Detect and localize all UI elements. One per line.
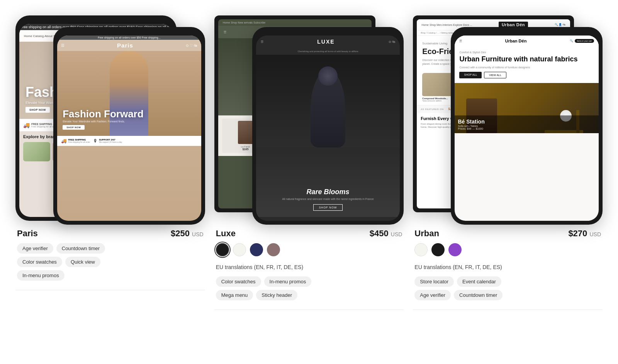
product-card-urban: Home Shop Men.Interiors Explore Docs ...…	[413, 15, 603, 310]
urban-mobile-nav-right: 🔍 Items in your cart	[570, 39, 594, 43]
urban-tags-row1: Store locator Event calendar	[414, 276, 601, 287]
paris-feature-shipping: 🚚 FREE SHIPPING Free shipping for all or…	[23, 122, 58, 128]
luxe-eu-translations: EU translations (EN, FR, IT, DE, ES)	[216, 262, 402, 273]
luxe-swatch-white[interactable]	[233, 243, 246, 256]
paris-front-hero: Fashion Forward Elevate Your Wardrobe wi…	[57, 51, 201, 136]
luxe-front-nav-icons: ⊙ 🛍	[389, 40, 395, 44]
paris-price-value: $250	[171, 229, 190, 238]
luxe-product-img-1	[238, 121, 253, 144]
paris-tag-countdown[interactable]: Countdown timer	[56, 243, 105, 254]
urban-station-sub: Sofa set • Tables	[458, 125, 596, 127]
luxe-swatch-navy[interactable]	[250, 243, 263, 256]
luxe-product-name: Luxe	[216, 229, 236, 239]
luxe-tags-row1: Color swatches In-menu promos	[216, 276, 402, 287]
urban-mobile-logo: Urban Dén	[505, 39, 527, 43]
luxe-phone-wrapper: Home Shop New arrivals Subscribe ☰ LUXE …	[214, 15, 404, 216]
paris-tags-row1: Age verifier Countdown timer	[17, 243, 204, 254]
luxe-nav-left: ☰	[224, 30, 226, 34]
paris-front-btn[interactable]: SHOP NOW	[63, 125, 85, 130]
luxe-rare-btn[interactable]: SHOP NOW	[313, 204, 343, 211]
paris-product-info: Paris $250 USD Age verifier Countdown ti…	[15, 222, 205, 290]
urban-tag-age-verifier[interactable]: Age verifier	[414, 290, 451, 300]
urban-card-divider	[413, 310, 603, 310]
paris-phone-front: Free shipping on all orders over $50 Fre…	[53, 27, 205, 225]
luxe-top-bar: Home Shop New arrivals Subscribe	[218, 19, 372, 26]
paris-screen-front: Free shipping on all orders over $50 Fre…	[57, 36, 201, 221]
paris-front-hero-text: Fashion Forward Elevate Your Wardrobe wi…	[63, 109, 143, 130]
urban-tag-countdown[interactable]: Countdown timer	[454, 290, 503, 300]
luxe-rare-section: Rare Blooms All natural fragrance and sk…	[256, 147, 400, 217]
luxe-product-price-1: $165	[243, 148, 249, 151]
paris-front-feat1: 🚚 FREE SHIPPING Free shipping for all or…	[61, 138, 90, 144]
paris-card-divider	[15, 290, 205, 290]
luxe-screen-front: ☰ LUXE ⊙ 🛍 Cherishing and protecting all…	[256, 36, 400, 221]
paris-notch-front	[117, 31, 141, 34]
urban-price-value: $270	[568, 229, 587, 238]
urban-notch	[515, 31, 538, 34]
paris-front-title: Fashion Forward	[63, 109, 143, 119]
urban-phone-front: ☰ Urban Dén 🔍 Items in your cart Comfort…	[451, 27, 603, 225]
paris-tags-row3: In-menu promos	[17, 270, 204, 281]
urban-station-price: Prices: $99 — $1000	[458, 127, 596, 130]
urban-mobile-shop-btn[interactable]: SHOP ALL	[459, 72, 482, 78]
paris-product-price: $250 USD	[171, 229, 204, 239]
luxe-swatch-black[interactable]	[216, 243, 229, 256]
paris-front-feat1-sub: Free shipping for all order	[68, 141, 90, 143]
urban-mobile-cart-btn[interactable]: Items in your cart	[575, 39, 594, 43]
luxe-tag-color-swatches[interactable]: Color swatches	[216, 276, 261, 287]
paris-front-feat2-sub: We support 24 hours a day	[99, 141, 122, 143]
luxe-product-price: $450 USD	[370, 229, 402, 239]
paris-front-feat2: 🎙 SUPPORT 24/7 We support 24 hours a day	[93, 138, 122, 144]
urban-swatch-white[interactable]	[414, 243, 428, 256]
luxe-swatch-mauve[interactable]	[267, 243, 280, 256]
urban-tag-event-calendar[interactable]: Event calendar	[457, 276, 501, 287]
paris-tag-color-swatches[interactable]: Color swatches	[17, 257, 62, 267]
urban-tag-store-locator[interactable]: Store locator	[414, 276, 454, 287]
luxe-rare-sub: All natural fragrance and skincare made …	[282, 198, 374, 200]
urban-eu-translations: EU translations (EN, FR, IT, DE, ES)	[414, 262, 601, 273]
luxe-price-value: $450	[370, 229, 389, 238]
luxe-front-desc: Cherishing and protecting all forms of w…	[256, 48, 400, 55]
luxe-tag-mega-menu[interactable]: Mega menu	[216, 290, 253, 300]
urban-nav-icons-back: 🔍 👤 🛍	[555, 23, 566, 26]
luxe-front-nav-left: ☰	[261, 40, 263, 44]
paris-tag-age-verifier[interactable]: Age verifier	[17, 243, 53, 254]
urban-nav-links: Home Shop Men.Interiors Explore Docs ...	[421, 24, 472, 26]
urban-swatch-purple[interactable]	[448, 243, 462, 256]
paris-front-sub: Elevate Your Wardrobe with Fashion. Forw…	[63, 120, 143, 123]
paris-price-currency: USD	[192, 231, 204, 237]
luxe-nav-links: Home Shop New arrivals Subscribe	[223, 21, 266, 24]
product-card-luxe: Home Shop New arrivals Subscribe ☰ LUXE …	[214, 15, 404, 310]
paris-product-name: Paris	[17, 229, 38, 239]
luxe-tags-row2: Mega menu Sticky header	[216, 290, 402, 300]
paris-shipping-icon: 🚚	[23, 122, 30, 128]
urban-swatches-row	[414, 243, 601, 256]
urban-product-price: $270 USD	[568, 229, 601, 239]
urban-swatch-black[interactable]	[431, 243, 445, 256]
paris-title-row: Paris $250 USD	[17, 229, 204, 239]
paris-phone-wrapper: Free shipping on all orders over $50 Fre…	[15, 15, 205, 216]
luxe-front-nav: ☰ LUXE ⊙ 🛍	[256, 36, 400, 48]
urban-mockup-front: ☰ Urban Dén 🔍 Items in your cart Comfort…	[451, 27, 603, 225]
urban-mobile-search: 🔍	[570, 39, 573, 42]
luxe-tag-in-menu[interactable]: In-menu promos	[264, 276, 312, 287]
paris-hero-btn[interactable]: SHOP NOW	[25, 107, 50, 113]
luxe-title-row: Luxe $450 USD	[216, 229, 402, 239]
paris-tag-quick-view[interactable]: Quick view	[65, 257, 100, 267]
urban-screen-front: ☰ Urban Dén 🔍 Items in your cart Comfort…	[455, 36, 599, 221]
urban-station-title: Bé Station	[458, 119, 596, 125]
urban-mobile-hero: Comfort & Stylish Dén Urban Furniture wi…	[455, 46, 599, 83]
urban-product-info: Urban $270 USD EU translations (EN, FR, …	[413, 222, 603, 310]
urban-mobile-title: Urban Furniture with natural fabrics	[459, 55, 594, 64]
urban-station-label: Bé Station Sofa set • Tables Prices: $99…	[455, 115, 599, 133]
paris-tag-in-menu[interactable]: In-menu promos	[17, 270, 65, 281]
luxe-price-currency: USD	[391, 231, 402, 237]
luxe-tag-sticky-header[interactable]: Sticky header	[256, 290, 297, 300]
urban-mobile-view-btn[interactable]: VIEW ALL	[484, 72, 506, 78]
urban-mobile-desc: Connect with a community of millions of …	[459, 66, 594, 69]
luxe-product-info: Luxe $450 USD EU translations (EN, FR, I…	[214, 222, 404, 310]
urban-mobile-menu-icon: ☰	[459, 39, 462, 43]
luxe-notch	[316, 31, 340, 34]
luxe-front-logo: LUXE	[317, 39, 334, 45]
paris-mockup-front: Free shipping on all orders over $50 Fre…	[53, 27, 205, 225]
